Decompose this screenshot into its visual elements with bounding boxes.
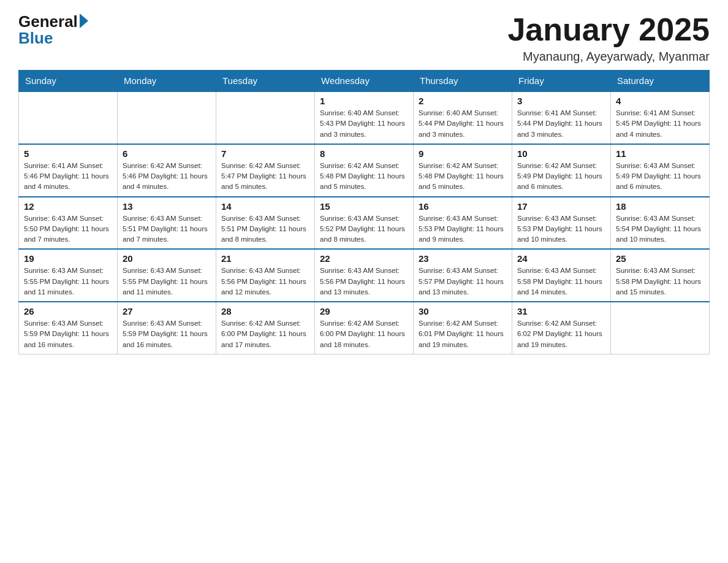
- calendar-cell: 5Sunrise: 6:41 AM Sunset: 5:46 PM Daylig…: [19, 144, 118, 197]
- calendar-cell: 1Sunrise: 6:40 AM Sunset: 5:43 PM Daylig…: [315, 91, 414, 144]
- calendar-cell: 16Sunrise: 6:43 AM Sunset: 5:53 PM Dayli…: [414, 197, 512, 250]
- day-info: Sunrise: 6:43 AM Sunset: 5:55 PM Dayligh…: [123, 266, 211, 297]
- calendar-cell: 31Sunrise: 6:42 AM Sunset: 6:02 PM Dayli…: [512, 302, 611, 354]
- calendar-cell: 30Sunrise: 6:42 AM Sunset: 6:01 PM Dayli…: [414, 302, 512, 354]
- day-number: 18: [616, 201, 704, 212]
- calendar-week-row: 26Sunrise: 6:43 AM Sunset: 5:59 PM Dayli…: [19, 302, 710, 354]
- day-info: Sunrise: 6:42 AM Sunset: 6:01 PM Dayligh…: [419, 318, 507, 350]
- calendar-cell: 9Sunrise: 6:42 AM Sunset: 5:48 PM Daylig…: [414, 144, 512, 197]
- calendar-cell: 26Sunrise: 6:43 AM Sunset: 5:59 PM Dayli…: [19, 302, 118, 354]
- calendar-cell: 22Sunrise: 6:43 AM Sunset: 5:56 PM Dayli…: [315, 249, 414, 302]
- day-info: Sunrise: 6:40 AM Sunset: 5:43 PM Dayligh…: [320, 108, 408, 140]
- day-number: 31: [517, 306, 605, 316]
- calendar-cell: 11Sunrise: 6:43 AM Sunset: 5:49 PM Dayli…: [611, 144, 710, 197]
- day-number: 5: [24, 148, 112, 159]
- calendar-cell: 7Sunrise: 6:42 AM Sunset: 5:47 PM Daylig…: [216, 144, 315, 197]
- day-info: Sunrise: 6:42 AM Sunset: 5:48 PM Dayligh…: [320, 161, 408, 193]
- calendar-day-header: Wednesday: [315, 71, 414, 92]
- day-number: 6: [123, 148, 211, 159]
- calendar-cell: 2Sunrise: 6:40 AM Sunset: 5:44 PM Daylig…: [414, 91, 512, 144]
- day-info: Sunrise: 6:43 AM Sunset: 5:49 PM Dayligh…: [616, 161, 704, 193]
- day-info: Sunrise: 6:42 AM Sunset: 6:00 PM Dayligh…: [221, 318, 309, 350]
- calendar-cell: [118, 91, 216, 144]
- day-number: 29: [320, 306, 408, 316]
- calendar-week-row: 12Sunrise: 6:43 AM Sunset: 5:50 PM Dayli…: [19, 197, 710, 250]
- day-number: 22: [320, 253, 408, 264]
- calendar-cell: 19Sunrise: 6:43 AM Sunset: 5:55 PM Dayli…: [19, 249, 118, 302]
- calendar-subtitle: Myanaung, Ayeyarwady, Myanmar: [507, 50, 710, 64]
- day-info: Sunrise: 6:43 AM Sunset: 5:50 PM Dayligh…: [24, 213, 112, 245]
- calendar-week-row: 19Sunrise: 6:43 AM Sunset: 5:55 PM Dayli…: [19, 249, 710, 302]
- calendar-cell: 6Sunrise: 6:42 AM Sunset: 5:46 PM Daylig…: [118, 144, 216, 197]
- title-section: January 2025 Myanaung, Ayeyarwady, Myanm…: [507, 12, 710, 64]
- day-info: Sunrise: 6:43 AM Sunset: 5:55 PM Dayligh…: [24, 266, 112, 297]
- day-info: Sunrise: 6:43 AM Sunset: 5:53 PM Dayligh…: [419, 213, 507, 245]
- day-number: 30: [419, 306, 507, 316]
- day-number: 26: [24, 306, 112, 316]
- day-info: Sunrise: 6:43 AM Sunset: 5:59 PM Dayligh…: [24, 318, 112, 350]
- day-number: 17: [517, 201, 605, 212]
- calendar-table: SundayMondayTuesdayWednesdayThursdayFrid…: [18, 70, 710, 354]
- day-number: 11: [616, 148, 704, 159]
- logo-blue-text: Blue: [18, 29, 53, 48]
- day-number: 14: [221, 201, 309, 212]
- day-number: 19: [24, 253, 112, 264]
- day-info: Sunrise: 6:43 AM Sunset: 5:58 PM Dayligh…: [517, 266, 605, 297]
- day-info: Sunrise: 6:42 AM Sunset: 5:48 PM Dayligh…: [419, 161, 507, 193]
- calendar-cell: 20Sunrise: 6:43 AM Sunset: 5:55 PM Dayli…: [118, 249, 216, 302]
- day-info: Sunrise: 6:43 AM Sunset: 5:58 PM Dayligh…: [616, 266, 704, 297]
- calendar-cell: 18Sunrise: 6:43 AM Sunset: 5:54 PM Dayli…: [611, 197, 710, 250]
- day-number: 16: [419, 201, 507, 212]
- calendar-day-header: Tuesday: [216, 71, 315, 92]
- calendar-cell: 12Sunrise: 6:43 AM Sunset: 5:50 PM Dayli…: [19, 197, 118, 250]
- day-number: 9: [419, 148, 507, 159]
- calendar-cell: 23Sunrise: 6:43 AM Sunset: 5:57 PM Dayli…: [414, 249, 512, 302]
- day-number: 21: [221, 253, 309, 264]
- day-info: Sunrise: 6:43 AM Sunset: 5:53 PM Dayligh…: [517, 213, 605, 245]
- calendar-cell: 14Sunrise: 6:43 AM Sunset: 5:51 PM Dayli…: [216, 197, 315, 250]
- calendar-day-header: Monday: [118, 71, 216, 92]
- calendar-day-header: Friday: [512, 71, 611, 92]
- calendar-day-header: Thursday: [414, 71, 512, 92]
- day-info: Sunrise: 6:42 AM Sunset: 5:46 PM Dayligh…: [123, 161, 211, 193]
- logo: General Blue: [18, 12, 88, 48]
- day-info: Sunrise: 6:43 AM Sunset: 5:56 PM Dayligh…: [221, 266, 309, 297]
- calendar-cell: 25Sunrise: 6:43 AM Sunset: 5:58 PM Dayli…: [611, 249, 710, 302]
- day-info: Sunrise: 6:41 AM Sunset: 5:45 PM Dayligh…: [616, 108, 704, 140]
- calendar-cell: 3Sunrise: 6:41 AM Sunset: 5:44 PM Daylig…: [512, 91, 611, 144]
- day-number: 27: [123, 306, 211, 316]
- day-number: 23: [419, 253, 507, 264]
- day-info: Sunrise: 6:42 AM Sunset: 6:00 PM Dayligh…: [320, 318, 408, 350]
- calendar-cell: 4Sunrise: 6:41 AM Sunset: 5:45 PM Daylig…: [611, 91, 710, 144]
- calendar-cell: [216, 91, 315, 144]
- day-number: 1: [320, 96, 408, 106]
- day-info: Sunrise: 6:43 AM Sunset: 5:59 PM Dayligh…: [123, 318, 211, 350]
- day-number: 24: [517, 253, 605, 264]
- day-info: Sunrise: 6:42 AM Sunset: 5:49 PM Dayligh…: [517, 161, 605, 193]
- day-info: Sunrise: 6:41 AM Sunset: 5:46 PM Dayligh…: [24, 161, 112, 193]
- calendar-cell: 21Sunrise: 6:43 AM Sunset: 5:56 PM Dayli…: [216, 249, 315, 302]
- calendar-header-row: SundayMondayTuesdayWednesdayThursdayFrid…: [19, 71, 710, 92]
- day-info: Sunrise: 6:43 AM Sunset: 5:51 PM Dayligh…: [221, 213, 309, 245]
- day-number: 2: [419, 96, 507, 106]
- day-info: Sunrise: 6:43 AM Sunset: 5:54 PM Dayligh…: [616, 213, 704, 245]
- calendar-day-header: Saturday: [611, 71, 710, 92]
- calendar-cell: 27Sunrise: 6:43 AM Sunset: 5:59 PM Dayli…: [118, 302, 216, 354]
- day-number: 3: [517, 96, 605, 106]
- day-info: Sunrise: 6:43 AM Sunset: 5:52 PM Dayligh…: [320, 213, 408, 245]
- calendar-cell: 24Sunrise: 6:43 AM Sunset: 5:58 PM Dayli…: [512, 249, 611, 302]
- calendar-cell: [611, 302, 710, 354]
- calendar-cell: 28Sunrise: 6:42 AM Sunset: 6:00 PM Dayli…: [216, 302, 315, 354]
- calendar-cell: 29Sunrise: 6:42 AM Sunset: 6:00 PM Dayli…: [315, 302, 414, 354]
- day-number: 28: [221, 306, 309, 316]
- logo-arrow-icon: [80, 13, 88, 28]
- day-info: Sunrise: 6:43 AM Sunset: 5:56 PM Dayligh…: [320, 266, 408, 297]
- day-number: 12: [24, 201, 112, 212]
- day-number: 10: [517, 148, 605, 159]
- calendar-week-row: 5Sunrise: 6:41 AM Sunset: 5:46 PM Daylig…: [19, 144, 710, 197]
- day-info: Sunrise: 6:43 AM Sunset: 5:57 PM Dayligh…: [419, 266, 507, 297]
- day-number: 7: [221, 148, 309, 159]
- calendar-cell: 17Sunrise: 6:43 AM Sunset: 5:53 PM Dayli…: [512, 197, 611, 250]
- day-info: Sunrise: 6:42 AM Sunset: 6:02 PM Dayligh…: [517, 318, 605, 350]
- day-info: Sunrise: 6:41 AM Sunset: 5:44 PM Dayligh…: [517, 108, 605, 140]
